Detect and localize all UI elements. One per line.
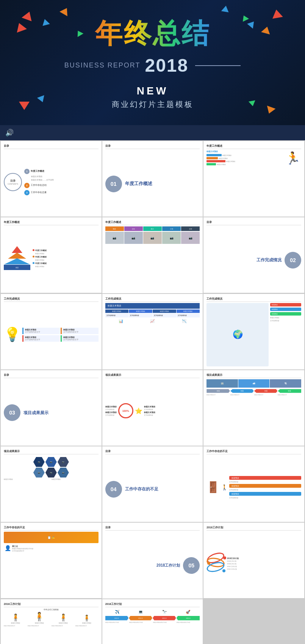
slide-thumb-10[interactable]: 目录 03 项目成果展示 [1, 370, 102, 446]
slide-10-content: 03 项目成果展示 [4, 379, 99, 443]
pyramid: 底层 [4, 246, 30, 270]
plan-text-2: 标题文本预设说明文字 [28, 625, 51, 627]
slide-14-label: 目录 [105, 449, 200, 454]
slide-thumb-8[interactable]: 工作完成情况 标题文本预设 标题文本预设 标题文本预设 标题文本预设 标题文本预… [102, 294, 203, 369]
slide-thumb-13[interactable]: 项目成果展示 📷 📷 📷 📷 📷 📷 标题文本预设 标题文本预设 [1, 446, 102, 522]
slide-thumb-11[interactable]: 项目成果展示 标题文本预设 文字说明内容 标题文本预设 文字说明内容 100% … [102, 370, 203, 446]
slide-thumb-12[interactable]: 项目成果展示 🏢 🏙 🏗 标题 标题 标题 标题 标题文本预设文字 标题文本预设… [203, 370, 304, 446]
hex-1: 📷 [33, 457, 45, 467]
running-person-icon: 🏃 [285, 151, 300, 165]
section-04-label: 工作中存在的不足 [125, 486, 158, 492]
slide-19-label: 2018工作计划 [4, 602, 99, 607]
contents-circle: 目录 CONTENTS [4, 173, 22, 191]
hero-slide: 年终总结 BUSINESS REPORT 2018 NEW 商业幻灯片主题模板 [0, 0, 305, 125]
slide-thumb-4[interactable]: 年度工作概述 底层 年度工作概述 标题文本预设 年度工作 [1, 217, 102, 293]
hero-title: 年终总结 [64, 16, 241, 52]
slide-thumb-18[interactable]: 2018工作计划 2018工作计划 2018工作计划 2018工作计划 2018… [203, 523, 304, 598]
slide-11-label: 项目成果展示 [105, 373, 200, 378]
issue-tag-2: 标题预设 [229, 484, 301, 488]
deco-tri-2 [41, 18, 50, 26]
slide-thumb-1[interactable]: 目录 目录 CONTENTS 1 年度工作概述 标题文本预设 标题文本预设……文… [1, 141, 102, 217]
dot-2 [33, 256, 34, 258]
th-2: 标题文本预设 [129, 309, 152, 313]
star-icon: ⭐ [135, 407, 142, 415]
plan-step-3: 标题文本 [153, 616, 176, 620]
proj-tag-4: 标题文本预设 [144, 411, 155, 413]
person-4-label: 标题文本预设 [82, 622, 91, 624]
plan2-title: 年终总结汇报模板 [4, 608, 99, 611]
slide-thumb-14[interactable]: 目录 04 工作中存在的不足 [102, 446, 203, 522]
proj-desc-2: 文字说明内容 [105, 414, 117, 416]
td-1: 文字说明内容 [105, 313, 129, 317]
table-header: 标题文本预设 [105, 303, 200, 309]
plan-step-2: 标题文本 [129, 616, 152, 620]
plan-text-4: 标题文本预设说明文字 [75, 625, 99, 627]
issue-tag-3: 标题预设 [229, 492, 301, 496]
slide-thumb-2[interactable]: 目录 01 年度工作概述 [102, 141, 203, 217]
slide-6-label: 目录 [206, 220, 301, 225]
bldg-3: 🏗 [270, 379, 301, 388]
bulb-row-2: 标题文本预设文字说明内容文字 标题文本预设文字说明内容文字 [22, 335, 99, 342]
issue-desc-2: 文字说明内容 [229, 489, 301, 491]
slide-15-content: 🚪 🚶 标题预设 文字说明内容 标题预设 文字说明内容 标题预设 文字说明内容 [206, 456, 301, 519]
slide-thumb-6[interactable]: 目录 工作完成情况 02 [203, 217, 304, 293]
slide-thumb-5[interactable]: 年度工作概述 概述 总结 展示 计划 分析 📷 📷 📷 📷 📷 [102, 217, 203, 293]
slide-12-label: 项目成果展示 [206, 373, 301, 378]
slide-thumb-7[interactable]: 工作完成情况 💡 标题文本预设文字说明内容文字 标题文本预设文字说明内容文字 标… [1, 294, 102, 369]
photo-4: 📷 [162, 232, 181, 244]
slide-1-content: 目录 CONTENTS 1 年度工作概述 标题文本预设 标题文本预设……文字说明… [4, 150, 99, 214]
slide-9-content: 🌍 标题预设 标题预设 标题预设 标题文本预设 文字说明内容 [206, 303, 301, 366]
hero-new: NEW [64, 85, 241, 97]
hex-2: 📷 [45, 457, 57, 467]
plan-icon-4: 🚀 [186, 610, 190, 614]
plan-text-3: 标题文本预设说明文字 [52, 625, 75, 627]
slide-15-label: 工作中存在的不足 [206, 449, 301, 454]
map-tag-3: 标题预设 [270, 312, 301, 316]
hero-chinese: 商业幻灯片主题模板 [64, 99, 241, 110]
ph-col-1: 概述 [105, 226, 124, 231]
step-desc-3: 标题文本预设说明文字内容 [153, 622, 176, 623]
photo-2: 📷 [124, 232, 143, 244]
bulb-icon: 💡 [4, 327, 21, 342]
slide-5-content: 概述 总结 展示 计划 分析 📷 📷 📷 📷 📷 [105, 226, 200, 290]
overview-title: 标题文本预设 [206, 150, 288, 152]
person-1-label: 标题文本预设 [11, 622, 20, 624]
step-desc-2: 标题文本预设说明文字内容 [129, 622, 152, 623]
plan-step-4: 标题文本 [177, 616, 200, 620]
deco-tri-9 [247, 19, 257, 28]
speaker-icon: 🔊 [5, 129, 14, 137]
slide-19-content: 年终总结汇报模板 🧍 标题文本预设 🧍 标题文本预设 🧍 标题文本预设 🧍 标 [4, 608, 99, 644]
icon-chart-1: 📊 [119, 319, 123, 323]
deco-tri-14 [249, 101, 256, 107]
slide-5-label: 年度工作概述 [105, 220, 200, 225]
hero-year: 2018 [145, 55, 188, 76]
deco-tri-12 [37, 95, 46, 104]
bldg-desc-3: 标题文本预设文字 [254, 394, 278, 396]
proj-desc-1: 文字说明内容 [105, 408, 117, 410]
ring-dot-3 [222, 569, 225, 572]
hex-desc-1: 标题文本预设 [4, 478, 51, 480]
proj-tag-2: 标题文本预设 [105, 411, 117, 413]
map-tag-1: 标题预设 [270, 303, 301, 306]
slide-thumb-3[interactable]: 年度工作概述 🏃 标题文本预设 标题文本预设 标题文本预设 标题文本预设 [203, 141, 304, 217]
deco-tri-6 [241, 14, 249, 22]
deco-tri-8 [271, 9, 283, 19]
map-desc-2: 文字说明内容 [270, 320, 301, 322]
slide-20-content: ✈️ 💻 🔭 🚀 标题文本 标题文本 标题文本 标题文本 标题文本预设说明文字内… [105, 608, 200, 644]
slide-thumb-16[interactable]: 工作中存在的不足 📋✍️ 👤 第三点 标题文本预设内容说明文字内容 文字内容说明… [1, 523, 102, 598]
deco-tri-3 [59, 6, 71, 16]
slide-thumb-9[interactable]: 工作完成情况 🌍 标题预设 标题预设 标题预设 标题文本预设 文字说明内容 [203, 294, 304, 369]
slide-thumb-19[interactable]: 2018工作计划 年终总结汇报模板 🧍 标题文本预设 🧍 标题文本预设 🧍 标题… [1, 599, 102, 644]
dot-3 [33, 262, 34, 264]
slide-thumb-15[interactable]: 工作中存在的不足 🚪 🚶 标题预设 文字说明内容 标题预设 文字说明内容 标题预… [203, 446, 304, 522]
slide-thumb-20[interactable]: 2018工作计划 ✈️ 💻 🔭 🚀 标题文本 标题文本 标题文本 标题文本 标题… [102, 599, 203, 644]
slide-17-label: 目录 [105, 526, 200, 531]
hex-4: 📷 [33, 468, 45, 478]
item-2-text: 工作中存在总结 [31, 184, 47, 187]
plan-item-4: 2018 工作计划 [227, 568, 301, 570]
td-4: 文字说明内容 [177, 313, 200, 317]
slide-7-label: 工作完成情况 [4, 297, 99, 302]
slide-thumb-17[interactable]: 目录 2018工作计划 05 [102, 523, 203, 598]
slide-3-label: 年度工作概述 [206, 144, 301, 149]
item-1-text: 年度工作概述 [31, 170, 44, 173]
